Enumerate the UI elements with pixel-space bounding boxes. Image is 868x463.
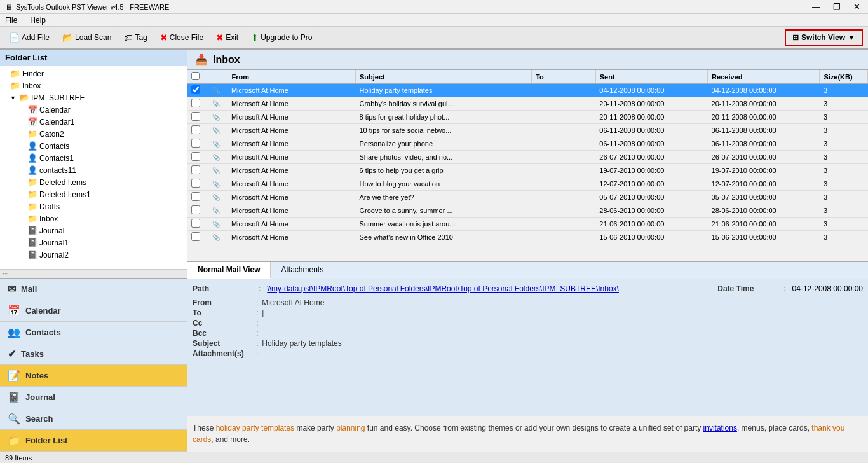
col-header-to: To (532, 70, 596, 84)
calendar-nav-label: Calendar (25, 306, 61, 315)
load-scan-button[interactable]: 📂 Load Scan (57, 30, 116, 45)
load-scan-label: Load Scan (75, 33, 111, 42)
attachment-icon: 📎 (212, 114, 220, 121)
email-checkbox[interactable] (191, 179, 200, 188)
table-row[interactable]: 📎Microsoft At Home10 tips for safe socia… (187, 124, 868, 137)
attachment-icon: 📎 (212, 154, 220, 161)
upgrade-button[interactable]: ⬆ Upgrade to Pro (246, 30, 317, 45)
menu-file[interactable]: File (3, 16, 20, 25)
table-row[interactable]: 📎Microsoft At HomeSummer vacation is jus… (187, 218, 868, 231)
email-checkbox[interactable] (191, 219, 200, 228)
sidebar-item-folder-list[interactable]: 📁Folder List (0, 430, 187, 452)
folder-item[interactable]: 📓 Journal (0, 225, 187, 237)
table-row[interactable]: 📎Microsoft At HomeAre we there yet?05-07… (187, 191, 868, 204)
preview-field-label-cc: Cc (193, 319, 256, 328)
email-checkbox[interactable] (191, 85, 200, 94)
sidebar-item-journal[interactable]: 📓Journal (0, 387, 187, 408)
email-received: 21-06-2010 00:00:00 (708, 218, 820, 231)
table-row[interactable]: 📎Microsoft At HomeHow to blog your vacat… (187, 177, 868, 191)
switch-view-icon: ⊞ (792, 33, 799, 42)
email-checkbox[interactable] (191, 165, 200, 174)
email-sent: 06-11-2008 00:00:00 (595, 124, 707, 137)
folder-item[interactable]: 👤 Contacts (0, 140, 187, 152)
email-checkbox[interactable] (191, 205, 200, 214)
folder-item[interactable]: 📁 Inbox (0, 212, 187, 225)
preview-field-label-to: To (193, 308, 256, 317)
close-button[interactable]: ✕ (851, 2, 863, 11)
folder-icon: 👤 (27, 153, 37, 163)
table-row[interactable]: 📎Microsoft At HomeHoliday party template… (187, 84, 868, 97)
minimize-button[interactable]: — (810, 2, 823, 11)
folder-item[interactable]: 📅 Calendar1 (0, 116, 187, 128)
email-size: 3 (820, 177, 868, 191)
folder-icon: 📁 (27, 177, 37, 187)
preview-field-value-subject: Holiday party templates (262, 339, 341, 348)
inbox-header: 📥 Inbox (187, 50, 868, 70)
table-row[interactable]: 📎Microsoft At HomeCrabby's holiday survi… (187, 97, 868, 111)
sidebar-item-tasks[interactable]: ✔Tasks (0, 343, 187, 365)
email-subject: How to blog your vacation (355, 177, 531, 191)
email-from: Microsoft At Home (227, 84, 356, 97)
folder-item[interactable]: ▼📂 IPM_SUBTREE (0, 92, 187, 104)
sidebar-item-notes[interactable]: 📝Notes (0, 365, 187, 387)
folder-item[interactable]: 👤 Contacts1 (0, 152, 187, 164)
table-row[interactable]: 📎Microsoft At HomeGroove to a sunny, sum… (187, 204, 868, 218)
folder-tree-scrollbar-h[interactable]: ··· (0, 269, 187, 278)
email-checkbox[interactable] (191, 232, 200, 241)
table-row[interactable]: 📎Microsoft At HomeSee what's new in Offi… (187, 231, 868, 244)
mail-nav-label: Mail (21, 284, 37, 294)
preview-tab-normal-mail[interactable]: Normal Mail View (187, 262, 271, 279)
folder-item[interactable]: 📁 Inbox (0, 79, 187, 92)
email-checkbox[interactable] (191, 125, 200, 134)
exit-button[interactable]: ✖ Exit (211, 30, 243, 45)
folder-item[interactable]: 📁 Finder (0, 67, 187, 79)
folder-item[interactable]: 📓 Journal1 (0, 237, 187, 249)
email-list[interactable]: From Subject To Sent Received Size(KB) 📎… (187, 70, 868, 261)
main-area: Folder List 📁 Finder📁 Inbox▼📂 IPM_SUBTRE… (0, 50, 868, 452)
sidebar-item-calendar[interactable]: 📅Calendar (0, 300, 187, 322)
email-size: 3 (820, 151, 868, 164)
table-row[interactable]: 📎Microsoft At Home6 tips to help you get… (187, 164, 868, 177)
maximize-button[interactable]: ❐ (831, 2, 843, 11)
folder-item[interactable]: 📁 Drafts (0, 200, 187, 212)
email-to (532, 137, 596, 151)
folder-item[interactable]: 📁 Deleted Items (0, 176, 187, 188)
email-checkbox[interactable] (191, 99, 200, 107)
email-checkbox[interactable] (191, 139, 200, 148)
sidebar-item-contacts[interactable]: 👥Contacts (0, 322, 187, 343)
sidebar-item-search[interactable]: 🔍Search (0, 408, 187, 430)
tag-icon: 🏷 (124, 32, 133, 43)
table-row[interactable]: 📎Microsoft At HomeShare photos, video, a… (187, 151, 868, 164)
email-checkbox[interactable] (191, 112, 200, 121)
email-checkbox[interactable] (191, 152, 200, 161)
folder-item[interactable]: 📅 Calendar (0, 104, 187, 116)
folder-item[interactable]: 📁 Caton2 (0, 128, 187, 140)
preview-field-row: From:Microsoft At Home (193, 298, 863, 307)
table-row[interactable]: 📎Microsoft At HomePersonalize your phone… (187, 137, 868, 151)
tag-button[interactable]: 🏷 Tag (119, 30, 152, 45)
menu-help[interactable]: Help (27, 16, 48, 25)
switch-view-button[interactable]: ⊞ Switch View ▼ (785, 29, 863, 46)
app-icon: 🖥 (5, 3, 12, 11)
folder-item[interactable]: 📁 Deleted Items1 (0, 188, 187, 200)
email-sent: 26-07-2010 00:00:00 (595, 151, 707, 164)
attachment-icon: 📎 (212, 100, 220, 107)
preview-tab-attachments[interactable]: Attachments (271, 262, 334, 279)
add-file-button[interactable]: 📄 Add File (4, 30, 55, 45)
close-file-button[interactable]: ✖ Close File (155, 30, 208, 45)
preview-path-right: Date Time : 04-12-2008 00:00:00 (717, 284, 863, 293)
email-checkbox[interactable] (191, 192, 200, 201)
email-received: 06-11-2008 00:00:00 (708, 137, 820, 151)
folder-tree[interactable]: 📁 Finder📁 Inbox▼📂 IPM_SUBTREE📅 Calendar📅… (0, 66, 187, 269)
load-scan-icon: 📂 (62, 32, 73, 43)
attachment-icon: 📎 (212, 221, 220, 228)
sidebar-item-mail[interactable]: ✉Mail (0, 279, 187, 300)
folder-item[interactable]: 📓 Journal2 (0, 249, 187, 261)
switch-view-label: Switch View (801, 33, 845, 42)
path-value[interactable]: \\my-data.pst\IPMRoot\Top of Personal Fo… (267, 284, 619, 293)
email-from: Microsoft At Home (227, 164, 356, 177)
select-all-checkbox[interactable] (191, 72, 200, 80)
table-row[interactable]: 📎Microsoft At Home8 tips for great holid… (187, 111, 868, 124)
folder-item[interactable]: 👤 contacts11 (0, 164, 187, 176)
close-file-label: Close File (170, 33, 203, 42)
